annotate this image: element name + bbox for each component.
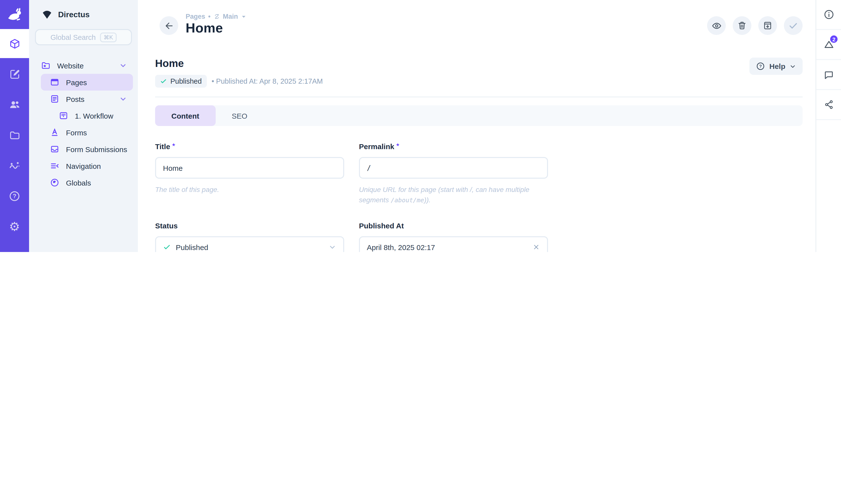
status-badge-label: Published [171,77,202,85]
status-select[interactable]: Published [155,236,344,252]
info-panel-toggle[interactable] [817,0,841,30]
field-published-at: Published At April 8th, 2025 02:17 Publi… [359,221,548,252]
field-status-label: Status [155,221,344,230]
field-status: Status Published Is this page published? [155,221,344,252]
pages-window-icon [50,77,59,87]
box-icon [8,38,20,50]
chevron-down-icon [328,243,336,251]
delete-button[interactable] [733,16,751,35]
item-detail: Home Published • Published At: Apr 8, 20… [138,36,816,252]
nav-item-posts[interactable]: Posts [41,91,133,107]
field-permalink-label: Permalink [359,142,548,150]
inbox-icon [50,144,59,154]
nav-item-navigation[interactable]: Navigation [41,158,133,174]
version-sync-icon [213,13,220,20]
help-button-label: Help [769,62,785,70]
nav-item-website[interactable]: Website [41,57,133,74]
directus-rabbit-logo[interactable] [0,0,29,29]
header-actions [707,16,803,35]
field-permalink: Permalink Unique URL for this page (star… [359,142,548,205]
back-arrow-icon [164,20,174,31]
breadcrumb-separator [208,13,211,20]
folder-star-icon [41,60,51,70]
globe-icon [50,178,59,187]
project-header[interactable]: Directus [29,0,138,21]
comment-icon [823,69,834,80]
nav-item-pages[interactable]: Pages [41,74,133,91]
module-users[interactable] [0,90,29,119]
help-button[interactable]: ? Help [750,58,803,75]
permalink-input[interactable] [367,164,540,172]
module-search[interactable] [0,242,29,252]
nav-item-globals[interactable]: Globals [41,174,133,191]
folder-icon [8,129,20,141]
published-meta: • Published At: Apr 8, 2025 2:17AM [212,77,323,85]
chevron-down-icon[interactable] [119,61,127,69]
search-shortcut-badge: ⌘K [100,32,117,42]
nav-item-label: Globals [66,178,91,187]
project-fan-icon [41,8,53,21]
nav-item-form-submissions[interactable]: Form Submissions [41,141,133,158]
breadcrumb-version[interactable]: Main [223,13,238,20]
check-icon [160,78,167,85]
nav-item-label: 1. Workflow [75,111,113,120]
status-select-value: Published [176,243,208,251]
nav-list: Website Pages [29,57,138,191]
module-files[interactable] [0,121,29,150]
share-icon [824,100,834,110]
search-placeholder: Global Search [51,33,96,41]
tab-content[interactable]: Content [155,105,215,126]
eye-icon [711,20,721,31]
module-content[interactable] [0,29,29,58]
right-sidebar: 2 [816,0,841,252]
breadcrumb-collection[interactable]: Pages [186,13,205,20]
module-docs[interactable]: ? [0,182,29,211]
field-title-label: Title [155,142,344,150]
revisions-panel-toggle[interactable]: 2 [817,30,841,60]
nav-item-workflow[interactable]: 1. Workflow [41,107,133,124]
archive-button[interactable] [758,16,777,35]
module-settings[interactable]: ⚙ [0,212,29,241]
archive-icon [763,21,772,31]
comments-panel-toggle[interactable] [817,60,841,90]
title-input[interactable] [163,164,336,172]
breadcrumb[interactable]: Pages Main [186,13,247,20]
tab-seo[interactable]: SEO [215,105,264,126]
global-search-input[interactable]: Global Search ⌘K [35,29,132,45]
field-title: Title The title of this page. [155,142,344,205]
module-insights[interactable] [0,151,29,180]
shares-panel-toggle[interactable] [817,90,841,120]
close-x-icon[interactable] [532,243,540,251]
chevron-down-icon [241,14,247,19]
preview-button[interactable] [707,16,726,35]
save-button[interactable] [784,16,803,35]
main-panel: Pages Main Home [138,0,816,252]
field-title-note: The title of this page. [155,184,344,195]
tab-bar: Content SEO [155,105,803,126]
detail-title: Home [155,58,323,69]
chevron-down-icon[interactable] [119,95,127,103]
help-circle-icon: ? [756,61,765,71]
nav-list-icon [50,161,59,171]
nav-item-label: Navigation [66,162,101,170]
users-icon [8,98,21,111]
trash-icon [737,21,747,31]
notifications-badge: 2 [829,34,839,44]
module-editor[interactable] [0,59,29,89]
back-button[interactable] [160,16,178,35]
nav-item-label: Posts [66,95,85,103]
rabbit-icon [6,6,23,23]
nav-item-label: Forms [66,128,87,137]
nav-item-forms[interactable]: Forms [41,124,133,141]
kanban-icon [59,111,69,121]
chevron-down-icon [789,63,796,70]
nav-item-label: Pages [66,78,87,86]
header-divider [155,96,803,97]
field-permalink-note: Unique URL for this page (start with /, … [359,184,548,205]
check-icon [788,20,799,31]
info-icon [823,9,834,20]
help-circle-icon: ? [8,190,21,202]
nav-item-label: Form Submissions [66,145,127,153]
published-at-input[interactable]: April 8th, 2025 02:17 [359,236,548,252]
search-icon [8,251,20,252]
